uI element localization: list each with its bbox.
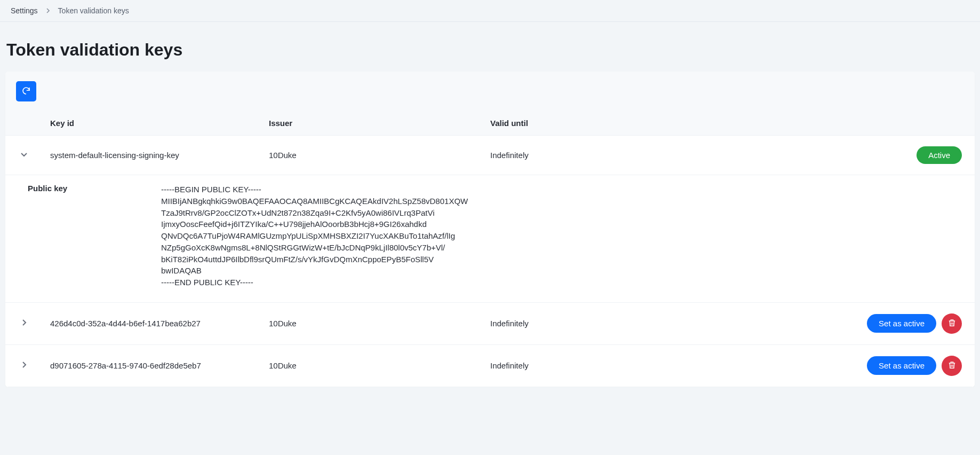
keys-table: Key id Issuer Valid until system-default… <box>5 111 975 387</box>
refresh-button[interactable] <box>16 81 36 101</box>
set-active-button[interactable]: Set as active <box>867 314 936 333</box>
collapse-toggle[interactable] <box>18 150 30 161</box>
row-expanded-content: Public key -----BEGIN PUBLIC KEY----- MI… <box>5 175 975 303</box>
cell-valid: Indefinitely <box>490 361 712 370</box>
table-header: Key id Issuer Valid until <box>5 111 975 136</box>
col-header-issuer: Issuer <box>269 119 490 128</box>
cell-issuer: 10Duke <box>269 361 490 370</box>
breadcrumb-current: Token validation keys <box>58 6 129 15</box>
status-badge-active: Active <box>917 146 962 164</box>
col-header-keyid: Key id <box>50 119 269 128</box>
col-header-valid: Valid until <box>490 119 712 128</box>
public-key-label: Public key <box>28 184 161 288</box>
cell-keyid: system-default-licensing-signing-key <box>50 151 269 160</box>
cell-issuer: 10Duke <box>269 319 490 328</box>
chevron-right-icon <box>20 319 28 328</box>
cell-valid: Indefinitely <box>490 319 712 328</box>
expand-toggle[interactable] <box>18 360 30 372</box>
expand-toggle[interactable] <box>18 318 30 330</box>
breadcrumb: Settings Token validation keys <box>0 0 980 22</box>
toolbar <box>5 72 975 111</box>
set-active-button[interactable]: Set as active <box>867 356 936 375</box>
cell-keyid: d9071605-278a-4115-9740-6edf28de5eb7 <box>50 361 269 370</box>
trash-icon <box>947 360 957 371</box>
table-row: 426d4c0d-352a-4d44-b6ef-1417bea62b27 10D… <box>5 303 975 345</box>
cell-valid: Indefinitely <box>490 151 712 160</box>
delete-button[interactable] <box>942 313 962 334</box>
cell-keyid: 426d4c0d-352a-4d44-b6ef-1417bea62b27 <box>50 319 269 328</box>
chevron-right-icon <box>20 361 28 370</box>
chevron-right-icon <box>45 6 51 15</box>
delete-button[interactable] <box>942 356 962 376</box>
table-row: d9071605-278a-4115-9740-6edf28de5eb7 10D… <box>5 345 975 387</box>
cell-issuer: 10Duke <box>269 151 490 160</box>
page-title: Token validation keys <box>0 22 980 72</box>
table-row: system-default-licensing-signing-key 10D… <box>5 136 975 175</box>
refresh-icon <box>21 86 31 97</box>
keys-card: Key id Issuer Valid until system-default… <box>5 72 975 387</box>
trash-icon <box>947 318 957 329</box>
breadcrumb-root[interactable]: Settings <box>11 6 38 15</box>
chevron-down-icon <box>20 151 28 160</box>
public-key-value: -----BEGIN PUBLIC KEY----- MIIBIjANBgkqh… <box>161 184 962 288</box>
